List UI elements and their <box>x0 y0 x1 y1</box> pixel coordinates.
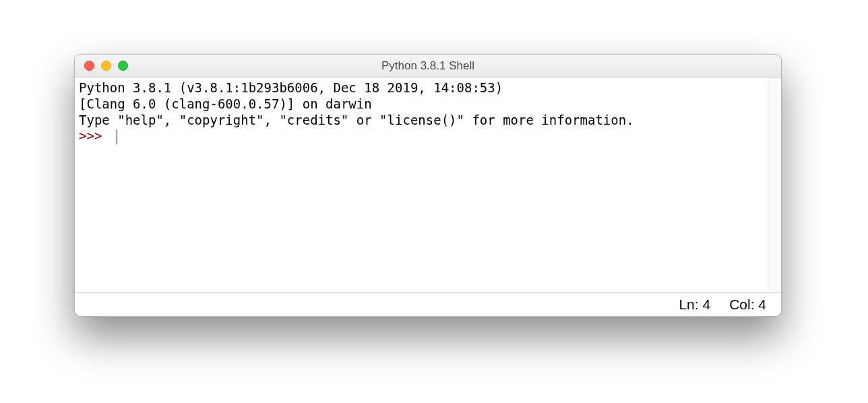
titlebar: Python 3.8.1 Shell <box>75 55 781 78</box>
window-controls <box>84 61 128 71</box>
status-column-number: Col: 4 <box>729 297 766 313</box>
banner-line-1: Python 3.8.1 (v3.8.1:1b293b6006, Dec 18 … <box>79 80 511 95</box>
content-area: Python 3.8.1 (v3.8.1:1b293b6006, Dec 18 … <box>75 78 781 292</box>
banner-line-3: Type "help", "copyright", "credits" or "… <box>79 113 634 127</box>
shell-text-area[interactable]: Python 3.8.1 (v3.8.1:1b293b6006, Dec 18 … <box>75 78 769 292</box>
prompt: >>> <box>79 128 110 143</box>
status-line-number: Ln: 4 <box>679 297 710 313</box>
minimize-icon[interactable] <box>101 61 111 71</box>
vertical-scrollbar[interactable] <box>769 78 781 292</box>
close-icon[interactable] <box>84 61 94 71</box>
window-title: Python 3.8.1 Shell <box>75 59 781 73</box>
maximize-icon[interactable] <box>118 61 128 71</box>
shell-window: Python 3.8.1 Shell Python 3.8.1 (v3.8.1:… <box>74 54 782 317</box>
status-bar: Ln: 4 Col: 4 <box>75 292 781 316</box>
text-cursor <box>117 129 118 144</box>
banner-line-2: [Clang 6.0 (clang-600.0.57)] on darwin <box>79 96 372 111</box>
